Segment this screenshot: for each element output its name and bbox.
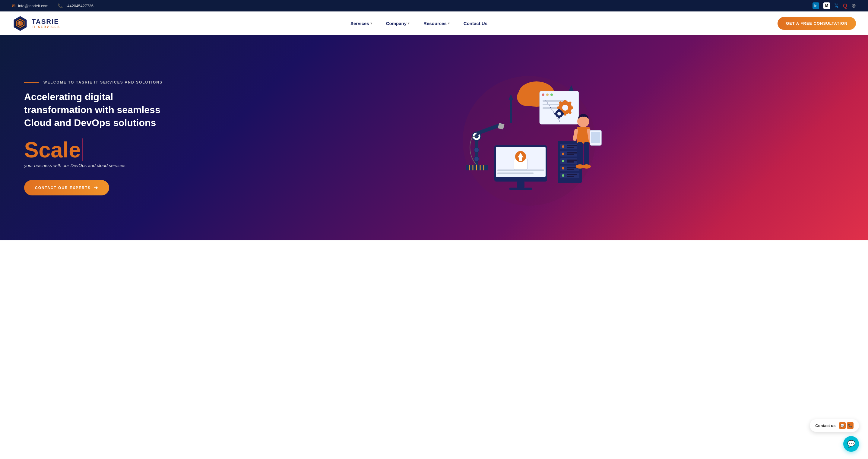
svg-rect-95 [591, 132, 600, 143]
top-bar-contact: ✉ info@tasrieit.com 📞 +442045427736 [12, 3, 93, 8]
svg-rect-61 [519, 157, 522, 161]
svg-rect-65 [509, 188, 532, 190]
svg-rect-54 [562, 113, 564, 115]
svg-point-34 [542, 93, 545, 96]
logo-text: TASRIE IT SERVICES [32, 18, 60, 29]
nav-contact[interactable]: Contact Us [458, 19, 493, 28]
hero-tagline: WELCOME TO TASRIE IT SERVICES AND SOLUTI… [43, 80, 162, 85]
email-text[interactable]: info@tasrieit.com [18, 4, 49, 8]
logo-sub: IT SERVICES [32, 25, 60, 29]
phone-text[interactable]: +442045427736 [65, 4, 93, 8]
svg-point-32 [474, 148, 479, 152]
medium-icon[interactable]: M [824, 2, 830, 9]
chevron-down-icon: ▾ [448, 22, 450, 25]
chevron-down-icon: ▾ [408, 22, 409, 25]
main-nav: Services ▾ Company ▾ Resources ▾ Contact… [345, 19, 493, 28]
svg-rect-52 [558, 109, 560, 111]
svg-point-76 [562, 160, 564, 162]
svg-rect-89 [577, 142, 583, 166]
svg-rect-81 [567, 167, 577, 168]
svg-rect-38 [542, 104, 561, 105]
linkedin-icon[interactable]: in [812, 2, 819, 9]
cursor-bar [82, 139, 83, 161]
svg-rect-45 [557, 106, 560, 109]
svg-rect-70 [567, 147, 574, 148]
phone-icon: 📞 [58, 3, 63, 8]
logo[interactable]: TASRIE IT SERVICES [12, 15, 60, 32]
svg-point-35 [546, 93, 549, 96]
hero-heading: Accelerating digital transformation with… [24, 90, 181, 130]
logo-icon [12, 15, 29, 32]
svg-point-68 [562, 145, 564, 148]
svg-point-51 [557, 112, 561, 116]
arrow-right-icon: ➔ [94, 185, 98, 191]
email-icon: ✉ [12, 3, 16, 8]
github-icon[interactable]: ⊛ [851, 2, 856, 9]
svg-rect-74 [567, 154, 574, 155]
svg-marker-16 [569, 85, 574, 91]
svg-rect-86 [567, 176, 574, 177]
svg-rect-53 [558, 116, 560, 119]
svg-point-84 [562, 174, 564, 177]
svg-rect-77 [567, 159, 577, 161]
hero-animated-word: Scale [24, 139, 205, 161]
hero-svg [449, 68, 606, 207]
hero-illustration [205, 65, 850, 210]
header: TASRIE IT SERVICES Services ▾ Company ▾ … [0, 11, 868, 35]
svg-rect-62 [497, 170, 544, 171]
hero-content: WELCOME TO TASRIE IT SERVICES AND SOLUTI… [24, 80, 205, 196]
svg-point-92 [582, 164, 591, 169]
svg-rect-64 [517, 182, 525, 188]
hero-section: WELCOME TO TASRIE IT SERVICES AND SOLUTI… [0, 35, 868, 240]
svg-rect-90 [584, 142, 589, 166]
get-consultation-button[interactable]: GET A FREE CONSULTATION [777, 17, 856, 30]
nav-company[interactable]: Company ▾ [381, 19, 415, 28]
contact-experts-button[interactable]: CONTACT OUR EXPERTS ➔ [24, 180, 109, 195]
svg-rect-85 [567, 174, 577, 175]
svg-rect-69 [567, 145, 577, 146]
hero-sub: your business with our DevOps and cloud … [24, 163, 205, 168]
svg-rect-82 [567, 169, 574, 170]
hero-tagline-row: WELCOME TO TASRIE IT SERVICES AND SOLUTI… [24, 80, 205, 85]
social-links: in M 𝕏 Q ⊛ [812, 2, 856, 9]
tagline-line [24, 82, 39, 83]
svg-rect-63 [497, 173, 533, 174]
svg-point-14 [510, 113, 512, 115]
svg-rect-43 [564, 113, 566, 116]
nav-services[interactable]: Services ▾ [345, 19, 378, 28]
twitter-icon[interactable]: 𝕏 [834, 2, 839, 9]
svg-point-80 [562, 167, 564, 170]
svg-point-36 [550, 93, 553, 96]
email-item: ✉ info@tasrieit.com [12, 3, 49, 8]
svg-rect-73 [567, 152, 577, 153]
svg-point-41 [562, 105, 568, 111]
svg-rect-44 [570, 106, 573, 109]
svg-point-13 [510, 108, 512, 110]
svg-point-72 [562, 153, 564, 155]
svg-rect-78 [567, 161, 574, 162]
svg-rect-10 [510, 99, 512, 123]
svg-rect-42 [564, 100, 566, 103]
chevron-down-icon: ▾ [370, 22, 372, 25]
top-bar: ✉ info@tasrieit.com 📞 +442045427736 in M… [0, 0, 868, 11]
phone-item: 📞 +442045427736 [58, 3, 93, 8]
nav-resources[interactable]: Resources ▾ [418, 19, 455, 28]
quora-icon[interactable]: Q [843, 3, 847, 9]
logo-name: TASRIE [32, 18, 60, 25]
svg-point-12 [510, 104, 512, 105]
svg-point-31 [474, 156, 479, 161]
